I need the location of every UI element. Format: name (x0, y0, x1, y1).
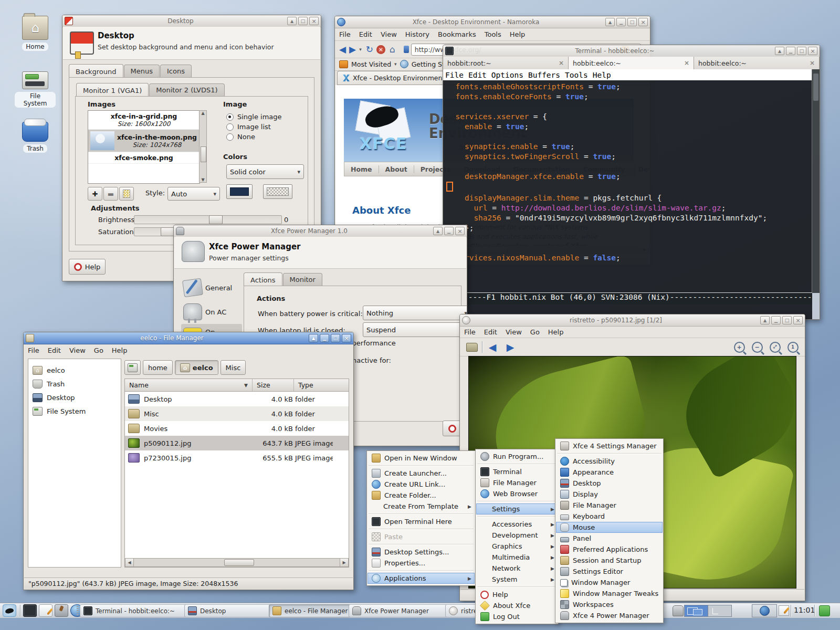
critical-combo[interactable]: Nothing (363, 306, 467, 320)
name-column-header[interactable]: Name▼ (125, 379, 253, 391)
menu-item-keyboard[interactable]: Keyboard (556, 511, 663, 522)
tab-menus[interactable]: Menus (124, 65, 160, 77)
close-button[interactable] (638, 18, 648, 26)
brightness-slider[interactable] (134, 215, 282, 224)
shade-button[interactable] (433, 227, 443, 235)
xfce-menu-button[interactable] (2, 604, 17, 617)
tab-monitor-2-lvds1[interactable]: Monitor 2 (LVDS1) (149, 83, 224, 96)
tab-background[interactable]: Background (69, 64, 123, 78)
terminal-tab-hobbit-eelco[interactable]: hobbit:eelco:~× (694, 57, 820, 69)
style-combo[interactable]: Auto (167, 187, 220, 201)
fm-sidebar-eelco[interactable]: eelco (28, 363, 121, 377)
menu-edit[interactable]: Edit (468, 71, 487, 79)
bookmark-pin-icon[interactable] (404, 46, 409, 53)
first-color-button[interactable] (226, 184, 253, 199)
menu-item-accessories[interactable]: Accessories▶ (476, 519, 558, 530)
menu-item-window-manager[interactable]: Window Manager (556, 577, 663, 588)
remove-image-button[interactable]: ▬ (103, 187, 118, 201)
menu-item-create-url-link[interactable]: Create URL Link... (368, 479, 475, 490)
help-button[interactable]: Help (69, 259, 106, 275)
desktop-icon-home[interactable]: Home (15, 16, 56, 51)
scroll-left-icon[interactable]: ◀ (125, 559, 134, 566)
menu-edit[interactable]: Edit (359, 30, 372, 38)
task-button-eelco-file-manager[interactable]: eelco - File Manager (269, 604, 354, 617)
maximize-button[interactable] (797, 47, 806, 55)
forward-icon[interactable]: ▶ (349, 44, 356, 55)
menu-buffers[interactable]: Buffers (528, 71, 560, 79)
tab-monitor[interactable]: Monitor (283, 273, 322, 286)
tray-power-icon[interactable] (673, 605, 684, 616)
menu-help[interactable]: Help (112, 346, 128, 354)
workspace-pager[interactable] (684, 605, 732, 617)
browser-titlebar[interactable]: Xfce - Desktop Environment - Namoroka (335, 16, 650, 28)
stop-icon[interactable]: × (376, 45, 385, 54)
minimize-button[interactable] (616, 18, 626, 26)
maximize-button[interactable] (627, 18, 637, 26)
scroll-right-icon[interactable]: ▶ (340, 559, 348, 566)
editor-launcher[interactable] (39, 604, 52, 617)
menu-help[interactable]: Help (548, 328, 564, 336)
reload-icon[interactable]: ↻ (366, 44, 373, 55)
menu-help[interactable]: Help (593, 71, 611, 79)
menu-item-development[interactable]: Development▶ (476, 530, 558, 541)
new-list-button[interactable] (119, 187, 134, 201)
type-column-header[interactable]: Type (294, 379, 349, 391)
scroll-down-icon[interactable]: ▼ (200, 177, 206, 182)
menu-item-network[interactable]: Network▶ (476, 563, 558, 574)
close-button[interactable] (808, 47, 817, 55)
minimize-button[interactable] (320, 334, 329, 342)
menu-item-mouse[interactable]: Mouse (556, 522, 663, 533)
radio-single-image[interactable]: Single image (226, 112, 282, 122)
menu-view[interactable]: View (506, 328, 522, 336)
fm-sidebar-desktop[interactable]: Desktop (28, 391, 121, 404)
zoom-in-icon[interactable]: + (731, 340, 747, 354)
scroll-thumb[interactable] (224, 559, 254, 566)
workspace-2[interactable] (708, 605, 731, 616)
tab-icons[interactable]: Icons (160, 65, 192, 77)
shade-button[interactable] (775, 47, 784, 55)
most-visited-caret-icon[interactable]: ▾ (394, 61, 397, 67)
radio-none[interactable]: None (226, 132, 282, 142)
back-icon[interactable]: ◀ (339, 44, 346, 55)
shade-button[interactable] (760, 316, 770, 324)
size-column-header[interactable]: Size (253, 379, 294, 391)
menu-item-create-launcher[interactable]: Create Launcher... (368, 468, 475, 479)
minimize-button[interactable] (786, 47, 795, 55)
close-button[interactable] (793, 316, 803, 324)
menu-item-create-folder[interactable]: Create Folder... (368, 490, 475, 501)
image-list-item-xfce-smoke-png[interactable]: xfce-smoke.png (88, 152, 200, 164)
close-button[interactable] (342, 334, 351, 342)
tray-notes-icon[interactable] (779, 605, 789, 616)
menu-item-multimedia[interactable]: Multimedia▶ (476, 552, 558, 563)
terminal-tab-hobbit-root[interactable]: hobbit:root:~× (443, 57, 569, 69)
image-list-item-xfce-in-the-moon-png[interactable]: xfce-in-the-moon.pngSize: 1024x768 (88, 130, 200, 152)
file-manager-titlebar[interactable]: eelco - File Manager (24, 332, 353, 344)
menu-item-help[interactable]: Help (476, 589, 558, 600)
zoom-fit-icon[interactable]: ⤢ (767, 340, 783, 354)
menu-item-desktop[interactable]: Desktop (556, 478, 663, 489)
scroll-up-icon[interactable]: ▲ (200, 111, 206, 116)
menu-item-log-out[interactable]: Log Out (476, 611, 558, 622)
tab-monitor-1-vga1[interactable]: Monitor 1 (VGA1) (76, 83, 149, 97)
shade-button[interactable] (605, 18, 615, 26)
zoom-100-icon[interactable]: 1 (785, 340, 801, 354)
previous-image-icon[interactable]: ◀ (485, 340, 500, 354)
menu-file[interactable]: File (464, 328, 476, 336)
menu-item-xfce-4-settings-manager[interactable]: Xfce 4 Settings Manager (556, 440, 663, 452)
menu-item-window-manager-tweaks[interactable]: Window Manager Tweaks (556, 588, 663, 599)
maximize-button[interactable] (298, 17, 308, 25)
tab-actions[interactable]: Actions (244, 272, 282, 286)
zoom-out-icon[interactable]: − (749, 340, 765, 354)
tray-browser-icon[interactable] (760, 606, 770, 616)
page-tab[interactable]: Xfce - Desktop Environment (337, 71, 450, 85)
terminal-launcher[interactable] (23, 604, 37, 617)
file-row-p5090112-jpg[interactable]: p5090112.jpg643.7 kBJPEG image (125, 436, 349, 450)
menu-item-graphics[interactable]: Graphics▶ (476, 541, 558, 552)
maximize-button[interactable] (331, 334, 340, 342)
menu-file[interactable]: File (339, 30, 351, 38)
menu-item-open-in-new-window[interactable]: Open in New Window (368, 453, 475, 464)
menu-item-properties[interactable]: Properties... (368, 558, 475, 569)
menu-item-about-xfce[interactable]: About Xfce (476, 600, 558, 611)
add-image-button[interactable]: ✚ (88, 187, 102, 201)
menu-go[interactable]: Go (530, 328, 540, 336)
